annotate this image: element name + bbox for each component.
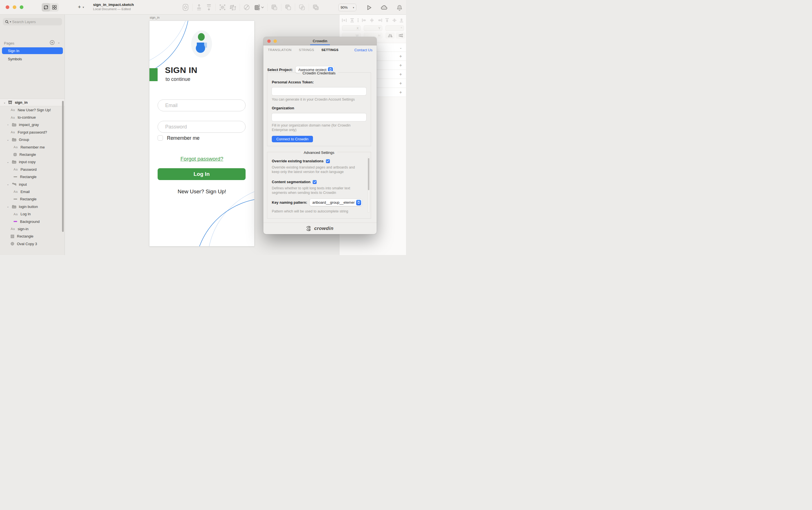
- forgot-password-link[interactable]: Forgot password?: [149, 156, 254, 162]
- crowdin-tabs: TRANSLATION STRINGS SETTINGS: [268, 48, 339, 52]
- chevron-right-icon[interactable]: ›: [6, 123, 9, 126]
- layer-row[interactable]: Oval Copy 3: [0, 240, 64, 247]
- move-backward-icon[interactable]: [206, 3, 212, 11]
- move-forward-icon[interactable]: [196, 3, 202, 11]
- layer-row[interactable]: Rectangle: [0, 233, 64, 240]
- sidebar-page-symbols[interactable]: Symbols: [2, 56, 63, 62]
- plus-icon[interactable]: +: [399, 81, 402, 86]
- layer-row[interactable]: Aasign-in: [0, 225, 64, 233]
- layer-row[interactable]: AaForgot password?: [0, 128, 64, 136]
- chevron-down-icon[interactable]: ⌄: [6, 138, 9, 141]
- email-input[interactable]: [158, 100, 245, 111]
- plus-icon[interactable]: +: [399, 54, 402, 59]
- align-top-icon[interactable]: [385, 18, 389, 23]
- layer-row[interactable]: Rectangle: [0, 173, 64, 181]
- layer-row[interactable]: AaRemember me: [0, 143, 64, 151]
- insert-button[interactable]: + ▾: [78, 3, 84, 11]
- rotation-field[interactable]: °: [385, 25, 404, 31]
- chevron-down-icon[interactable]: ⌄: [400, 46, 402, 50]
- transform-icon[interactable]: [243, 3, 250, 11]
- boolean-union-icon[interactable]: [271, 3, 278, 11]
- zoom-level-dropdown[interactable]: 90% ▾: [338, 4, 356, 11]
- x-position-field[interactable]: X: [342, 25, 360, 31]
- boolean-intersect-icon[interactable]: [298, 3, 306, 11]
- align-middle-vertical-icon[interactable]: [392, 18, 397, 23]
- more-options-icon[interactable]: [357, 18, 359, 23]
- artboard-sign-in[interactable]: SIGN IN to continue Remember me Forgot p…: [149, 21, 254, 246]
- align-center-horizontal-icon[interactable]: [369, 18, 374, 23]
- cloud-share-button[interactable]: [381, 4, 388, 11]
- line-layer-icon: [13, 176, 17, 177]
- add-page-button[interactable]: [50, 40, 55, 45]
- contact-us-link[interactable]: Contact Us: [354, 48, 373, 52]
- layer-row[interactable]: AaLog In: [0, 210, 64, 217]
- chevron-down-icon[interactable]: ⌄: [6, 205, 9, 208]
- chevron-down-icon[interactable]: ⌄: [6, 183, 9, 186]
- segmentation-checkbox[interactable]: [313, 180, 317, 184]
- search-input[interactable]: [12, 20, 52, 24]
- layer-row[interactable]: ⌄ input copy: [0, 158, 64, 166]
- canvas-view-button[interactable]: [42, 3, 50, 11]
- key-pattern-select[interactable]: artboard__group__elemer: [310, 199, 362, 206]
- chevron-down-icon[interactable]: ⌄: [3, 101, 6, 104]
- tab-translation[interactable]: TRANSLATION: [268, 48, 292, 52]
- override-checkbox[interactable]: [326, 159, 330, 163]
- layer-row[interactable]: ⌄ Group: [0, 136, 64, 143]
- sign-up-text[interactable]: New User? Sign Up!: [149, 188, 254, 195]
- preview-play-button[interactable]: [366, 4, 372, 11]
- zoom-window-button[interactable]: [20, 5, 23, 9]
- crowdin-titlebar[interactable]: Crowdin: [263, 37, 377, 46]
- boolean-difference-icon[interactable]: [312, 3, 319, 11]
- connect-to-crowdin-button[interactable]: Connect to Crowdin: [272, 136, 313, 142]
- align-right-icon[interactable]: [377, 18, 382, 23]
- distribute-horizontally-icon[interactable]: [342, 18, 347, 23]
- flip-horizontal-button[interactable]: [385, 32, 395, 39]
- prototype-view-button[interactable]: [50, 3, 59, 11]
- layer-row[interactable]: Aato-continue: [0, 114, 64, 121]
- group-icon[interactable]: [219, 3, 226, 11]
- close-window-button[interactable]: [6, 5, 9, 9]
- sidebar-page-sign-in[interactable]: Sign In: [2, 47, 63, 54]
- layer-row[interactable]: AaPassword: [0, 166, 64, 173]
- align-bottom-icon[interactable]: [399, 18, 404, 23]
- ungroup-icon[interactable]: [229, 3, 236, 11]
- tab-settings[interactable]: SETTINGS: [321, 48, 339, 52]
- minimize-window-button[interactable]: [13, 5, 16, 9]
- layer-row[interactable]: AaEmail: [0, 188, 64, 195]
- tab-strings[interactable]: STRINGS: [299, 48, 314, 52]
- plus-icon[interactable]: +: [399, 71, 402, 77]
- organization-input[interactable]: [272, 113, 366, 121]
- artboard-title-label[interactable]: sign_in: [150, 16, 160, 19]
- layer-row[interactable]: AaNew User? Sign Up!: [0, 106, 64, 114]
- layer-row[interactable]: Rectangle: [0, 196, 64, 203]
- personal-access-token-input[interactable]: [272, 87, 366, 95]
- notifications-bell-button[interactable]: [397, 4, 403, 11]
- advanced-scrollbar-track[interactable]: [367, 157, 370, 213]
- layer-row[interactable]: Rectangle: [0, 151, 64, 158]
- flip-vertical-button[interactable]: [396, 32, 405, 39]
- password-field[interactable]: [157, 121, 245, 133]
- layer-row[interactable]: Background: [0, 218, 64, 225]
- create-symbol-icon[interactable]: [182, 3, 189, 11]
- align-left-icon[interactable]: [362, 18, 367, 23]
- plus-icon[interactable]: +: [399, 90, 402, 95]
- sidebar-scrollbar[interactable]: [62, 101, 64, 232]
- distribute-vertically-icon[interactable]: [350, 18, 355, 23]
- password-input[interactable]: [158, 121, 245, 132]
- search-layers-field[interactable]: ▾: [3, 18, 62, 25]
- plus-icon[interactable]: +: [399, 63, 402, 68]
- layer-row[interactable]: › impact_gray: [0, 121, 64, 128]
- advanced-scrollbar-thumb[interactable]: [368, 158, 369, 190]
- email-field[interactable]: [157, 99, 245, 111]
- remember-me-checkbox[interactable]: [157, 135, 163, 141]
- log-in-button[interactable]: Log In: [157, 168, 245, 180]
- pages-collapse-chevron-icon[interactable]: ⌄: [58, 40, 60, 44]
- chevron-down-icon[interactable]: ⌄: [6, 160, 9, 163]
- layer-row[interactable]: ⌄ input: [0, 181, 64, 188]
- boolean-subtract-icon[interactable]: [285, 3, 292, 11]
- crowdin-plugin-window[interactable]: Crowdin TRANSLATION STRINGS SETTINGS Con…: [263, 37, 377, 234]
- artboard-layer-header[interactable]: ⌄ sign_in: [0, 99, 64, 106]
- y-position-field[interactable]: Y: [364, 25, 382, 31]
- resize-icon[interactable]: [254, 3, 264, 11]
- layer-row[interactable]: ⌄ login button: [0, 203, 64, 210]
